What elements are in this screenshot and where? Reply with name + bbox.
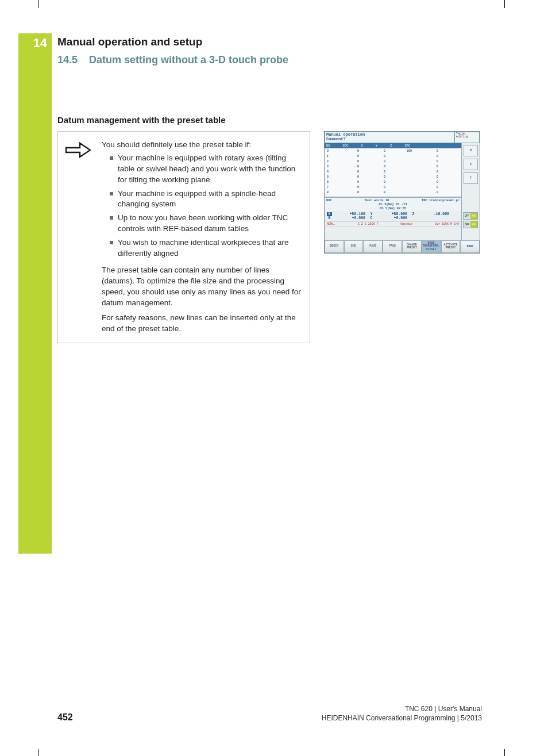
scr-mid-status: DOC Test words 10 TNC:\table\preset.pr 0… xyxy=(325,197,461,211)
table-row: 0005000 xyxy=(325,148,461,153)
info-bullet: Your machine is equipped with rotary axe… xyxy=(110,153,303,186)
scr-btn-m[interactable]: M xyxy=(464,145,478,156)
info-intro: You should definitely use the preset tab… xyxy=(102,140,303,151)
scr-softkeys: BEGIN END PAGE PAGE CHANGE PRESET BASE T… xyxy=(325,240,480,253)
scr-coords: X+50.100Y+50.005Z-10.000 B+0.000C+0.000 xyxy=(325,211,461,221)
scr-override-f[interactable]: OFFON xyxy=(463,221,478,228)
softkey-base-transform[interactable]: BASE TRANSFORM. OFFSET xyxy=(422,240,441,253)
info-paragraph: The preset table can contain any number … xyxy=(102,265,303,309)
table-row: 4000 xyxy=(325,169,461,174)
softkey-end2[interactable]: END xyxy=(460,240,480,253)
page-footer: 452 TNC 620 | User's Manual HEIDENHAIN C… xyxy=(57,704,482,723)
page-number: 452 xyxy=(57,712,73,723)
section-number: 14.5 xyxy=(57,54,78,66)
scr-preset-table: NO DOC X Y Z SPC 00050001000200030004000… xyxy=(325,143,461,197)
info-bullet: Up to now you have been working with old… xyxy=(110,213,303,235)
table-row: 3000 xyxy=(325,164,461,169)
footer-text: TNC 620 | User's Manual HEIDENHAIN Conve… xyxy=(322,704,482,723)
subheading: Datum management with the preset table xyxy=(57,115,226,125)
info-callout: You should definitely use the preset tab… xyxy=(57,131,310,343)
softkey-change-preset[interactable]: CHANGE PRESET xyxy=(402,240,422,253)
table-row: 8000 xyxy=(325,190,461,195)
softkey-begin[interactable]: BEGIN xyxy=(325,240,344,253)
scr-btn-s[interactable]: S xyxy=(464,159,478,170)
softkey-activate-preset[interactable]: ACTIVATE PRESET xyxy=(441,240,461,253)
arrow-right-icon xyxy=(65,141,94,164)
table-row: 7000 xyxy=(325,185,461,190)
softkey-end[interactable]: END xyxy=(344,240,364,253)
scr-mode-secondary: Table editing xyxy=(454,132,480,143)
info-paragraph: For safety reasons, new lines can be ins… xyxy=(102,313,303,335)
info-bullet: You wish to machine identical workpieces… xyxy=(110,237,303,259)
info-text: You should definitely use the preset tab… xyxy=(102,140,303,335)
scr-override-s[interactable]: OFFON xyxy=(463,212,478,220)
scr-mode-title: Manual operation Comment? xyxy=(325,132,454,143)
softkey-page-up[interactable]: PAGE xyxy=(363,240,383,253)
info-bullet: Your machine is equipped with a spindle-… xyxy=(110,189,303,210)
chapter-sidebar xyxy=(18,33,52,554)
scr-btn-t[interactable]: T xyxy=(464,172,478,184)
chapter-number: 14 xyxy=(18,33,52,51)
scr-status-line: NOML. S Z S 2500 F 0mm/min Ovr 100% M 5/… xyxy=(325,221,461,227)
softkey-page-down[interactable]: PAGE xyxy=(383,240,402,253)
table-row: 6000 xyxy=(325,179,461,185)
cnc-screenshot: Manual operation Comment? Table editing … xyxy=(324,131,480,254)
table-row: 5000 xyxy=(325,174,461,179)
section-title: Datum setting without a 3-D touch probe xyxy=(89,54,288,66)
chapter-title: Manual operation and setup xyxy=(57,36,202,48)
table-row: 1000 xyxy=(325,153,461,159)
table-row: 2000 xyxy=(325,159,461,164)
